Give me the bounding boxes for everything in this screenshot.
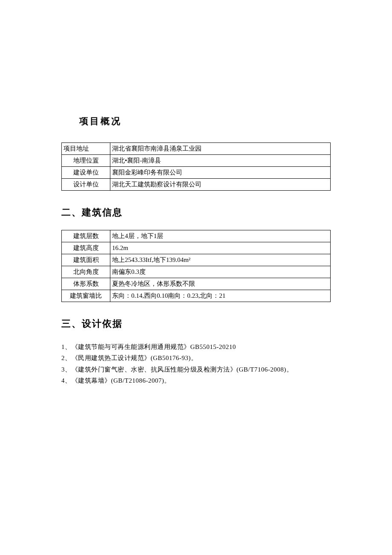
cell-value: 襄阳金彩峰印务有限公司 <box>110 167 331 179</box>
cell-label: 建筑层数 <box>62 230 110 242</box>
table-row: 体形系数 夏热冬冷地区，体形系数不限 <box>62 278 331 290</box>
cell-label: 设计单位 <box>62 179 110 191</box>
table-row: 项目地址 湖北省襄阳市南漳县涌泉工业园 <box>62 143 331 155</box>
table-row: 建筑窗墙比 东向：0.14,西向0.10南向：0.23,北向：21 <box>62 290 331 302</box>
cell-value: 16.2m <box>110 242 331 254</box>
list-item: 1、《建筑节能与可再生能源利用通用规范》GB55015-20210 <box>61 341 331 352</box>
cell-value: 南偏东0.3度 <box>110 266 331 278</box>
table-row: 建筑面积 地上2543.33Itf,地下139.04m² <box>62 254 331 266</box>
list-item: 3、《建筑外门窗气密、水密、抗风压性能分级及检测方法》(GB/T7106-200… <box>61 364 331 375</box>
cell-value: 地上4层，地下1层 <box>110 230 331 242</box>
list-item: 4、《建筑幕墙》(GB/T21086-2007)。 <box>61 375 331 386</box>
project-overview-table: 项目地址 湖北省襄阳市南漳县涌泉工业园 地理位置 湖北•襄阳-南漳县 建设单位 … <box>61 142 331 191</box>
table-row: 北向角度 南偏东0.3度 <box>62 266 331 278</box>
building-info-table: 建筑层数 地上4层，地下1层 建筑高度 16.2m 建筑面积 地上2543.33… <box>61 230 331 302</box>
cell-value: 夏热冬冷地区，体形系数不限 <box>110 278 331 290</box>
cell-label: 项目地址 <box>62 143 110 155</box>
cell-label: 建筑窗墙比 <box>62 290 110 302</box>
cell-label: 北向角度 <box>62 266 110 278</box>
cell-value: 地上2543.33Itf,地下139.04m² <box>110 254 331 266</box>
section3-title: 三、设计依据 <box>61 317 331 330</box>
cell-label: 地理位置 <box>62 155 110 167</box>
cell-label: 体形系数 <box>62 278 110 290</box>
section2-title: 二、建筑信息 <box>61 206 331 219</box>
cell-value: 东向：0.14,西向0.10南向：0.23,北向：21 <box>110 290 331 302</box>
document-page: 项目概况 项目地址 湖北省襄阳市南漳县涌泉工业园 地理位置 湖北•襄阳-南漳县 … <box>0 0 392 386</box>
design-basis-list: 1、《建筑节能与可再生能源利用通用规范》GB55015-20210 2、《民用建… <box>61 341 331 386</box>
table-row: 建设单位 襄阳金彩峰印务有限公司 <box>62 167 331 179</box>
cell-label: 建设单位 <box>62 167 110 179</box>
section1-title: 项目概况 <box>79 115 331 127</box>
cell-value: 湖北省襄阳市南漳县涌泉工业园 <box>110 143 331 155</box>
cell-label: 建筑高度 <box>62 242 110 254</box>
table-row: 地理位置 湖北•襄阳-南漳县 <box>62 155 331 167</box>
table-row: 设计单位 湖北天工建筑勘察设计有限公司 <box>62 179 331 191</box>
table-row: 建筑高度 16.2m <box>62 242 331 254</box>
table-row: 建筑层数 地上4层，地下1层 <box>62 230 331 242</box>
cell-label: 建筑面积 <box>62 254 110 266</box>
list-item: 2、《民用建筑热工设计规范》(GB50176-93)。 <box>61 352 331 363</box>
cell-value: 湖北•襄阳-南漳县 <box>110 155 331 167</box>
cell-value: 湖北天工建筑勘察设计有限公司 <box>110 179 331 191</box>
